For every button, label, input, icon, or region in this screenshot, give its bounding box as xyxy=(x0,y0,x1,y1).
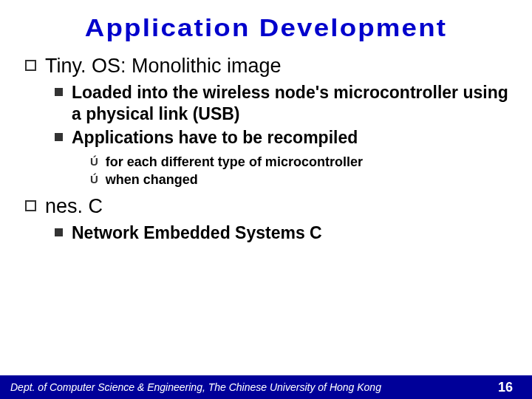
bullet-level3: Ú when changed xyxy=(90,171,511,188)
bullet-level2: Applications have to be recompiled xyxy=(55,127,511,149)
section-1: Tiny. OS: Monolithic image Loaded into t… xyxy=(25,54,511,188)
page-number: 16 xyxy=(498,380,513,395)
bullet-level3: Ú for each different type of microcontro… xyxy=(90,154,511,171)
slide: Application Development Tiny. OS: Monoli… xyxy=(0,0,532,399)
section-heading: nes. C xyxy=(45,194,103,218)
subitem-text: for each different type of microcontroll… xyxy=(106,154,363,171)
slide-title: Application Development xyxy=(1,13,531,42)
square-outline-icon xyxy=(25,60,36,71)
item-text: Applications have to be recompiled xyxy=(72,127,358,149)
item-text: Network Embedded Systems C xyxy=(72,222,322,244)
subitem-text: when changed xyxy=(106,171,198,188)
square-fill-icon xyxy=(55,228,63,236)
square-fill-icon xyxy=(55,133,63,141)
section-heading: Tiny. OS: Monolithic image xyxy=(45,54,282,78)
square-outline-icon xyxy=(25,200,36,211)
section-2: nes. C Network Embedded Systems C xyxy=(25,194,511,244)
arrow-down-icon: Ú xyxy=(90,173,98,185)
footer-bar: Dept. of Computer Science & Engineering,… xyxy=(0,375,532,399)
item-text: Loaded into the wireless node's microcon… xyxy=(72,82,511,125)
bullet-level1: nes. C xyxy=(25,194,511,218)
arrow-down-icon: Ú xyxy=(90,155,98,168)
bullet-level2: Network Embedded Systems C xyxy=(55,222,511,244)
slide-content: Tiny. OS: Monolithic image Loaded into t… xyxy=(21,54,511,244)
footer-dept: Dept. of Computer Science & Engineering,… xyxy=(10,381,381,393)
bullet-level1: Tiny. OS: Monolithic image xyxy=(25,54,511,78)
square-fill-icon xyxy=(55,88,63,96)
bullet-level2: Loaded into the wireless node's microcon… xyxy=(55,82,511,125)
